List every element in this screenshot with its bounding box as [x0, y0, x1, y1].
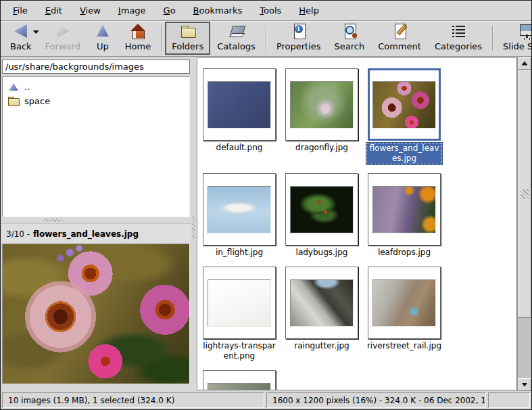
toolbar-button-properties[interactable]: Properties — [270, 22, 328, 55]
folder-icon — [179, 23, 197, 39]
menu-item-tools[interactable]: Tools — [251, 3, 289, 18]
thumbnail-card[interactable] — [203, 370, 276, 390]
toolbar-button-back[interactable]: Back — [3, 22, 39, 55]
toolbar-separator — [161, 26, 162, 51]
forward-icon-wrap — [54, 23, 72, 39]
main-content: ..space 3/10 - flowers_and_leaves.jpg de… — [1, 57, 531, 391]
gthumb-window: FileEditViewImageGoBookmarksToolsHelp Ba… — [0, 0, 532, 410]
toolbar-button-label: Folders — [172, 41, 203, 51]
thumbnail-card[interactable] — [285, 173, 358, 246]
toolbar-button-label: Catalogs — [217, 41, 256, 51]
toolbar-button-slide-show[interactable]: Slide Show — [496, 22, 532, 55]
folder-item-label: space — [24, 96, 50, 106]
thumbnail-card[interactable] — [368, 68, 441, 141]
toolbar-button-label: Search — [335, 41, 365, 51]
menu-item-view[interactable]: View — [72, 3, 109, 18]
thumbnail-item-lightrays-transparent.png[interactable]: lightrays-transparent.png — [201, 267, 277, 361]
thumbnail-item-riverstreet_rail.jpg[interactable]: riverstreet_rail.jpg — [366, 267, 442, 351]
thumbnail-item-dragonfly.jpg[interactable]: dragonfly.jpg — [284, 68, 360, 153]
thumbnail-image — [208, 383, 271, 391]
menu-item-file[interactable]: File — [5, 3, 36, 18]
back-icon — [12, 23, 30, 39]
thumbnail-image — [372, 279, 436, 327]
toolbar-button-catalogs[interactable]: Catalogs — [210, 22, 262, 55]
thumbnail-label: raingutter.jpg — [294, 341, 349, 351]
thumbnail-item-ladybugs.jpg[interactable]: ladybugs.jpg — [284, 173, 360, 258]
vertical-scrollbar[interactable] — [517, 57, 531, 391]
folder-item-label: .. — [24, 82, 30, 92]
toolbar-button-label: Slide Show — [503, 41, 532, 51]
thumbnail-item[interactable] — [201, 370, 277, 390]
toolbar-separator — [492, 26, 493, 51]
thumbnail-label: ladybugs.jpg — [296, 248, 348, 258]
toolbar-button-folders[interactable]: Folders — [165, 22, 210, 55]
toolbar-button-comment[interactable]: Comment — [371, 22, 428, 55]
thumbnail-card[interactable] — [203, 173, 276, 246]
horizontal-splitter[interactable] — [2, 217, 190, 223]
vertical-splitter[interactable] — [191, 57, 197, 391]
menu-item-go[interactable]: Go — [155, 3, 184, 18]
thumbnail-grid: default.pngdragonfly.jpgflowers_and_leav… — [197, 58, 516, 390]
thumbnail-image — [290, 186, 354, 233]
scroll-down-arrow-icon — [522, 383, 528, 387]
comment-icon — [391, 23, 408, 39]
toolbar-button-home[interactable]: Home — [118, 22, 158, 55]
menu-item-edit[interactable]: Edit — [37, 3, 70, 18]
toolbar-button-forward[interactable]: Forward — [39, 22, 87, 55]
folder-item-parent[interactable]: .. — [3, 80, 189, 94]
thumbnail-card[interactable] — [368, 173, 441, 246]
up-triangle-icon — [8, 83, 19, 91]
scrollbar-up-button[interactable] — [518, 57, 531, 70]
thumbnail-item-in_flight.jpg[interactable]: in_flight.jpg — [201, 173, 277, 258]
toolbar-button-categories[interactable]: Categories — [428, 22, 489, 55]
folders-icon-wrap — [179, 23, 197, 39]
toolbar-button-label: Categories — [435, 41, 482, 51]
menu-item-help[interactable]: Help — [291, 3, 327, 18]
preview-filename: flowers_and_leaves.jpg — [33, 229, 139, 239]
back-icon-wrap — [12, 23, 30, 39]
toolbar-button-label: Home — [125, 41, 151, 51]
toolbar-button-label: Up — [97, 41, 109, 51]
comment-icon-wrap — [391, 23, 408, 39]
thumbnail-card[interactable] — [203, 68, 276, 141]
toolbar-button-search[interactable]: Search — [328, 22, 372, 55]
scrollbar-down-button[interactable] — [518, 378, 531, 391]
thumbnail-image — [208, 81, 271, 129]
statusbar-extra — [488, 392, 530, 408]
thumbnail-label: flowers_and_leaves.jpg — [366, 143, 442, 164]
menu-item-bookmarks[interactable]: Bookmarks — [185, 3, 251, 18]
thumbnail-image — [208, 186, 271, 233]
thumbnail-item-flowers_and_leaves.jpg[interactable]: flowers_and_leaves.jpg — [366, 68, 442, 164]
menu-item-image[interactable]: Image — [110, 3, 154, 18]
toolbar-separator — [266, 26, 266, 51]
toolbar-button-label: Properties — [276, 41, 321, 51]
toolbar-buttons: BackForwardUpHomeFoldersCatalogsProperti… — [3, 22, 532, 55]
toolbar: BackForwardUpHomeFoldersCatalogsProperti… — [1, 21, 531, 57]
folder-icon — [8, 97, 19, 106]
thumbnail-card[interactable] — [203, 267, 276, 339]
thumbnail-card[interactable] — [285, 267, 358, 339]
thumbnail-label: leafdrops.jpg — [378, 248, 431, 258]
search-icon — [341, 23, 358, 39]
forward-icon — [54, 23, 72, 39]
folder-list[interactable]: ..space — [2, 76, 190, 217]
home-icon-wrap — [129, 23, 147, 39]
toolbar-button-up[interactable]: Up — [87, 22, 118, 55]
slide-show-icon-wrap — [518, 23, 532, 39]
thumbnail-item-default.png[interactable]: default.png — [201, 68, 277, 153]
scrollbar-trough[interactable] — [518, 318, 531, 378]
docinfo-icon — [290, 23, 308, 39]
thumbnail-item-raingutter.jpg[interactable]: raingutter.jpg — [284, 267, 360, 351]
location-input[interactable] — [2, 60, 190, 74]
left-pane: ..space 3/10 - flowers_and_leaves.jpg — [1, 57, 191, 391]
folder-item-space[interactable]: space — [3, 94, 189, 108]
scroll-up-arrow-icon — [522, 62, 528, 66]
search-icon-wrap — [341, 23, 358, 39]
scrollbar-thumb[interactable] — [518, 70, 531, 318]
thumbnail-card[interactable] — [368, 267, 441, 339]
properties-icon-wrap — [290, 23, 308, 39]
list-icon — [451, 23, 466, 39]
thumbnail-card[interactable] — [285, 68, 358, 141]
catalogs-icon-wrap — [228, 23, 245, 39]
thumbnail-item-leafdrops.jpg[interactable]: leafdrops.jpg — [366, 173, 442, 258]
